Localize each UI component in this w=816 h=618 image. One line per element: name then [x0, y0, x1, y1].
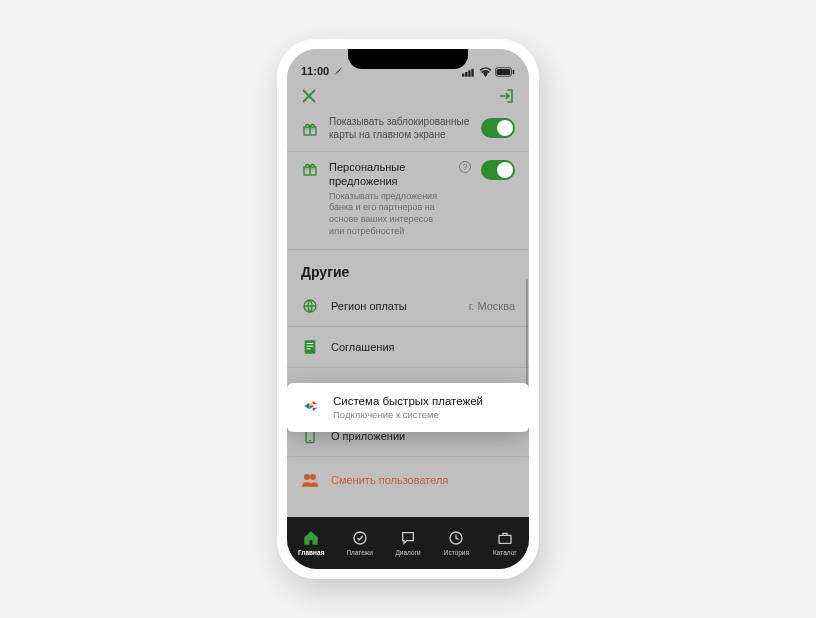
- svg-rect-2: [468, 70, 470, 76]
- tab-label: Главная: [298, 549, 324, 556]
- row-label: Соглашения: [331, 341, 515, 353]
- row-agreements[interactable]: Соглашения: [287, 327, 529, 368]
- svg-point-4: [484, 74, 486, 76]
- svg-point-21: [354, 532, 366, 544]
- row-label: Система быстрых платежей: [333, 395, 515, 407]
- row-label: Регион оплаты: [331, 300, 457, 312]
- row-switch-user[interactable]: Сменить пользователя: [287, 457, 529, 499]
- setting-row-personal-offers[interactable]: Персональные предложения Показывать пред…: [287, 152, 529, 250]
- status-right-icons: [462, 67, 515, 77]
- toggle-blocked-cards[interactable]: [481, 118, 515, 138]
- users-icon: [301, 473, 319, 487]
- setting-subtitle: карты на главном экране: [329, 128, 471, 141]
- setting-title: Персональные предложения: [329, 160, 449, 189]
- clock-icon: [447, 529, 465, 547]
- tab-dialogs[interactable]: Диалоги: [384, 529, 432, 556]
- tab-home[interactable]: Главная: [287, 529, 335, 556]
- logout-button[interactable]: [497, 87, 515, 105]
- setting-text: Показывать заблокированные карты на глав…: [329, 115, 471, 141]
- payments-icon: [351, 529, 369, 547]
- tab-history[interactable]: История: [432, 529, 480, 556]
- phone-screen-container: 11:00: [287, 49, 529, 569]
- tab-catalog[interactable]: Каталог: [481, 529, 529, 556]
- svg-rect-13: [305, 341, 316, 354]
- svg-rect-16: [307, 349, 311, 350]
- wifi-icon: [479, 67, 492, 77]
- help-icon[interactable]: ?: [459, 161, 471, 173]
- status-time: 11:00: [301, 65, 329, 77]
- tab-label: История: [444, 549, 469, 556]
- location-icon: [333, 66, 343, 76]
- setting-row-blocked-cards[interactable]: Показывать заблокированные карты на глав…: [287, 113, 529, 152]
- status-time-group: 11:00: [301, 65, 343, 77]
- chat-icon: [399, 529, 417, 547]
- tab-label: Каталог: [493, 549, 517, 556]
- tab-label: Диалоги: [395, 549, 420, 556]
- svg-rect-1: [465, 72, 467, 77]
- phone-notch: [348, 49, 468, 69]
- svg-rect-15: [307, 346, 314, 347]
- row-label: Сменить пользователя: [331, 474, 515, 486]
- scroll-indicator: [526, 279, 528, 389]
- tab-label: Платежи: [346, 549, 372, 556]
- svg-rect-23: [499, 535, 511, 543]
- phone-frame: 11:00: [277, 39, 539, 579]
- close-icon: [301, 88, 317, 104]
- globe-icon: [301, 298, 319, 314]
- briefcase-icon: [496, 529, 514, 547]
- svg-rect-0: [462, 74, 464, 77]
- logout-icon: [497, 87, 515, 105]
- gift-icon: [301, 160, 319, 177]
- row-region[interactable]: Регион оплаты г. Москва: [287, 286, 529, 327]
- svg-rect-14: [307, 343, 314, 344]
- setting-desc: Показывать предложения банка и его партн…: [329, 191, 449, 238]
- row-value: г. Москва: [469, 300, 515, 312]
- row-text: Система быстрых платежей Подключение к с…: [333, 395, 515, 420]
- home-icon: [302, 529, 320, 547]
- close-button[interactable]: [301, 88, 317, 104]
- battery-icon: [495, 67, 515, 77]
- setting-title: Показывать заблокированные: [329, 115, 471, 128]
- row-sublabel: Подключение к системе: [333, 409, 515, 420]
- gift-icon: [301, 120, 319, 137]
- signal-icon: [462, 67, 476, 77]
- svg-rect-6: [497, 69, 511, 75]
- app-screen: 11:00: [287, 49, 529, 569]
- tab-bar: Главная Платежи Диалоги: [287, 517, 529, 569]
- svg-point-18: [309, 440, 311, 442]
- svg-point-19: [304, 474, 310, 480]
- tab-payments[interactable]: Платежи: [335, 529, 383, 556]
- row-sbp-highlighted[interactable]: Система быстрых платежей Подключение к с…: [287, 383, 529, 432]
- svg-point-20: [310, 474, 316, 480]
- nav-bar: [287, 79, 529, 113]
- section-heading-other: Другие: [287, 250, 529, 286]
- toggle-personal-offers[interactable]: [481, 160, 515, 180]
- setting-text: Персональные предложения Показывать пред…: [329, 160, 449, 237]
- document-icon: [301, 339, 319, 355]
- svg-rect-7: [513, 70, 515, 75]
- svg-rect-3: [471, 69, 473, 77]
- sbp-icon: [301, 396, 321, 420]
- row-label: О приложении: [331, 430, 515, 442]
